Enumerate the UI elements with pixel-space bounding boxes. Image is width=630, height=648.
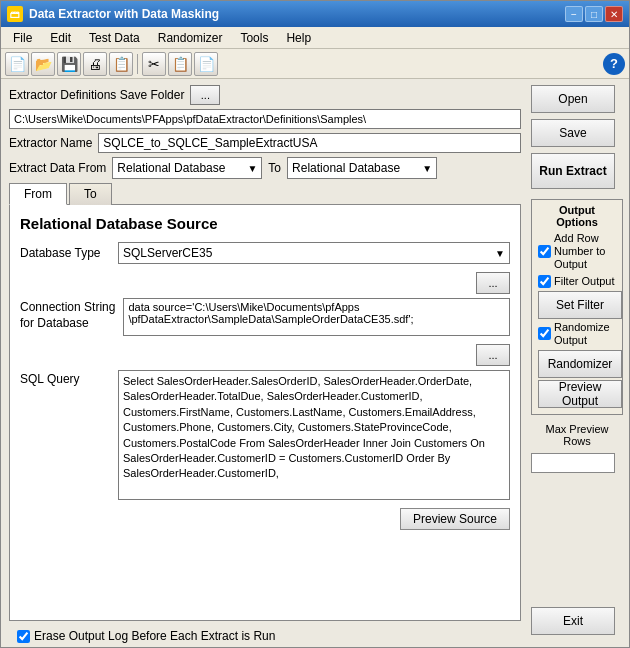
max-preview-rows-input[interactable] [531, 453, 615, 473]
maximize-button[interactable]: □ [585, 6, 603, 22]
sql-query-label: SQL Query [20, 370, 110, 386]
conn-string-row: Connection Stringfor Database [20, 298, 510, 336]
inner-panel: Relational Database Source Database Type… [9, 204, 521, 621]
sql-query-input[interactable] [118, 370, 510, 500]
filter-output-checkbox[interactable] [538, 275, 551, 288]
toolbar-new-button[interactable]: 📄 [5, 52, 29, 76]
output-options-box: Output Options Add Row Number to Output … [531, 199, 623, 415]
filter-output-row: Filter Output [538, 275, 616, 288]
filter-output-label: Filter Output [554, 275, 615, 288]
folder-path-input[interactable] [9, 109, 521, 129]
conn-string-label: Connection Stringfor Database [20, 298, 115, 331]
add-row-number-row: Add Row Number to Output [538, 232, 616, 272]
extract-to-arrow: ▼ [422, 163, 432, 174]
output-options-title: Output Options [538, 204, 616, 228]
menu-bar: File Edit Test Data Randomizer Tools Hel… [1, 27, 629, 49]
randomize-output-row: Randomize Output [538, 321, 616, 347]
tab-to[interactable]: To [69, 183, 112, 205]
conn-string-input[interactable] [123, 298, 510, 336]
toolbar-print-button[interactable]: 🖨 [83, 52, 107, 76]
add-row-number-label: Add Row Number to Output [554, 232, 616, 272]
save-button[interactable]: Save [531, 119, 615, 147]
menu-file[interactable]: File [5, 29, 40, 47]
folder-browse-button[interactable]: ... [190, 85, 220, 105]
tab-from[interactable]: From [9, 183, 67, 205]
folder-path-row [9, 109, 521, 129]
menu-edit[interactable]: Edit [42, 29, 79, 47]
close-button[interactable]: ✕ [605, 6, 623, 22]
tab-container: From To [9, 183, 521, 205]
panel-title: Relational Database Source [20, 215, 510, 232]
right-sidebar: Open Save Run Extract Output Options Add… [529, 79, 629, 647]
randomize-output-checkbox[interactable] [538, 327, 551, 340]
sql-browse-button[interactable]: ... [476, 344, 510, 366]
db-type-combo[interactable]: SQLServerCE35 ▼ [118, 242, 510, 264]
erase-log-checkbox[interactable] [17, 630, 30, 643]
extract-from-arrow: ▼ [247, 163, 257, 174]
bottom-bar: Erase Output Log Before Each Extract is … [9, 625, 521, 647]
extract-from-label: Extract Data From [9, 161, 106, 175]
extractor-name-label: Extractor Name [9, 136, 92, 150]
run-extract-button[interactable]: Run Extract [531, 153, 615, 189]
toolbar-cut-button[interactable]: ✂ [142, 52, 166, 76]
menu-tools[interactable]: Tools [232, 29, 276, 47]
add-row-number-checkbox[interactable] [538, 245, 551, 258]
toolbar-preview-button[interactable]: 📋 [109, 52, 133, 76]
db-combo-arrow: ▼ [495, 248, 505, 259]
set-filter-button[interactable]: Set Filter [538, 291, 622, 319]
max-preview-label: Max Preview Rows [531, 423, 623, 447]
erase-log-label[interactable]: Erase Output Log Before Each Extract is … [17, 629, 275, 643]
db-type-row: Database Type SQLServerCE35 ▼ [20, 242, 510, 264]
exit-button[interactable]: Exit [531, 607, 615, 635]
sql-query-row: SQL Query [20, 370, 510, 500]
extractor-name-row: Extractor Name [9, 133, 521, 153]
toolbar-separator [137, 54, 138, 74]
toolbar-copy-button[interactable]: 📋 [168, 52, 192, 76]
preview-source-row: Preview Source [20, 508, 510, 530]
db-browse-row: ... [20, 272, 510, 294]
folder-label: Extractor Definitions Save Folder [9, 88, 184, 102]
left-area: Extractor Definitions Save Folder ... Ex… [1, 79, 529, 647]
toolbar-save-button[interactable]: 💾 [57, 52, 81, 76]
toolbar-open-button[interactable]: 📂 [31, 52, 55, 76]
extractor-name-input[interactable] [98, 133, 521, 153]
folder-row: Extractor Definitions Save Folder ... [9, 85, 521, 105]
content-area: Extractor Definitions Save Folder ... Ex… [1, 79, 629, 647]
toolbar-paste-button[interactable]: 📄 [194, 52, 218, 76]
toolbar: 📄 📂 💾 🖨 📋 ✂ 📋 📄 ? [1, 49, 629, 79]
extract-from-value: Relational Database [117, 161, 225, 175]
extract-to-combo[interactable]: Relational Database ▼ [287, 157, 437, 179]
preview-output-button[interactable]: Preview Output [538, 380, 622, 408]
db-type-label: Database Type [20, 246, 110, 260]
preview-source-button[interactable]: Preview Source [400, 508, 510, 530]
extract-from-row: Extract Data From Relational Database ▼ … [9, 157, 521, 179]
menu-testdata[interactable]: Test Data [81, 29, 148, 47]
help-button[interactable]: ? [603, 53, 625, 75]
extract-from-combo[interactable]: Relational Database ▼ [112, 157, 262, 179]
menu-randomizer[interactable]: Randomizer [150, 29, 231, 47]
db-type-value: SQLServerCE35 [123, 246, 212, 260]
tab-panel-area: From To Relational Database Source Datab… [9, 183, 521, 621]
minimize-button[interactable]: − [565, 6, 583, 22]
app-title: Data Extractor with Data Masking [29, 7, 219, 21]
open-button[interactable]: Open [531, 85, 615, 113]
title-bar: 🗃 Data Extractor with Data Masking − □ ✕ [1, 1, 629, 27]
title-bar-controls: − □ ✕ [565, 6, 623, 22]
extract-to-label: To [268, 161, 281, 175]
app-icon: 🗃 [7, 6, 23, 22]
db-browse-button[interactable]: ... [476, 272, 510, 294]
menu-help[interactable]: Help [278, 29, 319, 47]
extract-to-value: Relational Database [292, 161, 400, 175]
randomize-output-label: Randomize Output [554, 321, 616, 347]
title-bar-left: 🗃 Data Extractor with Data Masking [7, 6, 219, 22]
sql-browse-row: ... [20, 344, 510, 366]
erase-log-text: Erase Output Log Before Each Extract is … [34, 629, 275, 643]
randomizer-button[interactable]: Randomizer [538, 350, 622, 378]
app-window: 🗃 Data Extractor with Data Masking − □ ✕… [0, 0, 630, 648]
